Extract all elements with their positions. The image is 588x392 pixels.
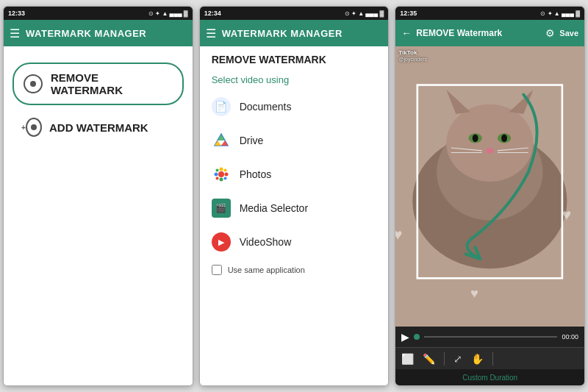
trim-tool-icon[interactable]: ⤢ (453, 353, 462, 365)
svg-point-5 (219, 168, 223, 171)
phone3-main: ♥ ♥ ♥ TikTok @joycinders ▶ (395, 46, 584, 385)
time-3: 12:35 (400, 10, 417, 17)
drive-label: Drive (240, 135, 264, 146)
phone-1: 12:33 ⊙ ✦ ▲ ▄▄▄ ▓ ☰ WATERMARK MANAGER RE… (3, 6, 193, 386)
svg-point-10 (223, 169, 226, 172)
svg-point-12 (223, 177, 226, 180)
videoshow-item[interactable]: ▶ VideoShow (200, 225, 389, 259)
add-watermark-icon: + (21, 117, 42, 138)
save-button[interactable]: Save (559, 29, 578, 38)
svg-point-11 (215, 177, 218, 180)
status-bar-1: 12:33 ⊙ ✦ ▲ ▄▄▄ ▓ (4, 7, 193, 20)
media-selector-label: Media Selector (240, 202, 308, 214)
draw-tool-icon[interactable]: ✏️ (423, 353, 435, 365)
tiktok-badge: TikTok @joycinders (398, 49, 427, 62)
plus-circle-icon (26, 118, 42, 137)
svg-text:♥: ♥ (470, 285, 478, 301)
documents-icon: 📄 (212, 97, 231, 116)
video-placeholder: ♥ ♥ ♥ TikTok @joycinders (395, 46, 584, 327)
progress-dot (414, 334, 420, 340)
remove-watermark-item[interactable]: REMOVE WATERMARK (12, 63, 184, 105)
media-selector-icon: 🎬 (212, 199, 231, 218)
hamburger-icon-1[interactable]: ☰ (10, 26, 20, 40)
time-1: 12:33 (8, 10, 25, 17)
video-controls: ▶ 00:00 (395, 327, 584, 347)
svg-point-22 (501, 135, 507, 143)
svg-marker-1 (218, 134, 225, 140)
status-bar-2: 12:34 ⊙ ✦ ▲ ▄▄▄ ▓ (200, 7, 389, 20)
app-bar-1: ☰ WATERMARK MANAGER (4, 20, 193, 46)
photos-label: Photos (240, 168, 272, 180)
svg-text:♥: ♥ (395, 226, 402, 243)
app-bar-2: ☰ WATERMARK MANAGER (200, 20, 389, 46)
documents-item[interactable]: 📄 Documents (200, 90, 389, 124)
phone-3: 12:35 ⊙ ✦ ▲ ▄▄▄ ▓ ← REMOVE Watermark ⚙ S… (395, 6, 585, 386)
custom-duration-bar[interactable]: Custom Duration (395, 369, 584, 385)
app-title-1: WATERMARK MANAGER (26, 28, 187, 39)
app-title-2: WATERMARK MANAGER (222, 28, 383, 39)
play-button[interactable]: ▶ (401, 331, 409, 343)
phone2-content: REMOVE WATERMARK Select video using 📄 Do… (200, 46, 389, 385)
hamburger-icon-2[interactable]: ☰ (206, 26, 216, 40)
svg-point-4 (218, 171, 224, 177)
drive-item[interactable]: Drive (200, 124, 389, 157)
select-video-label: Select video using (200, 67, 389, 90)
time-2: 12:34 (204, 10, 221, 17)
remove-watermark-icon (23, 74, 43, 94)
phone1-content: REMOVE WATERMARK + ADD WATERMARK (4, 46, 193, 385)
tiktok-handle: @joycinders (398, 57, 427, 62)
remove-watermark-title-2: REMOVE WATERMARK (200, 46, 389, 67)
drive-icon (212, 131, 231, 150)
documents-label: Documents (240, 101, 292, 113)
back-button[interactable]: ← (401, 27, 412, 39)
remove-watermark-label: REMOVE WATERMARK (51, 71, 173, 96)
custom-duration-label: Custom Duration (462, 374, 517, 382)
svg-point-9 (215, 169, 218, 172)
app-title-3: REMOVE Watermark (416, 28, 541, 38)
status-icons-1: ⊙ ✦ ▲ ▄▄▄ ▓ (148, 10, 188, 17)
tool-separator (444, 352, 445, 366)
photos-item[interactable]: Photos (200, 157, 389, 191)
app-bar-3: ← REMOVE Watermark ⚙ Save (395, 20, 584, 46)
media-selector-item[interactable]: 🎬 Media Selector (200, 191, 389, 225)
svg-text:♥: ♥ (562, 206, 571, 223)
same-app-label: Use same application (228, 266, 305, 274)
same-app-row[interactable]: Use same application (200, 259, 389, 281)
svg-point-6 (219, 178, 223, 182)
phone-2: 12:34 ⊙ ✦ ▲ ▄▄▄ ▓ ☰ WATERMARK MANAGER RE… (199, 6, 390, 386)
time-display: 00:00 (562, 333, 578, 341)
same-app-checkbox[interactable] (212, 265, 222, 275)
videoshow-label: VideoShow (240, 236, 292, 248)
svg-point-16 (447, 104, 534, 182)
video-area: ♥ ♥ ♥ TikTok @joycinders (395, 46, 584, 327)
add-watermark-item[interactable]: + ADD WATERMARK (12, 110, 184, 145)
hand-tool-icon[interactable]: ✋ (471, 353, 484, 365)
svg-point-23 (486, 148, 494, 154)
circle-icon (24, 74, 43, 93)
svg-point-7 (214, 173, 218, 177)
tiktok-brand: TikTok (398, 49, 427, 56)
status-icons-3: ⊙ ✦ ▲ ▄▄▄ ▓ (540, 10, 580, 17)
videoshow-icon: ▶ (212, 232, 231, 252)
add-watermark-label: ADD WATERMARK (49, 121, 148, 134)
status-bar-3: 12:35 ⊙ ✦ ▲ ▄▄▄ ▓ (395, 7, 584, 20)
progress-line[interactable] (424, 336, 557, 338)
tool-separator-2 (492, 352, 493, 366)
gear-icon[interactable]: ⚙ (545, 27, 555, 39)
status-icons-2: ⊙ ✦ ▲ ▄▄▄ ▓ (345, 10, 384, 17)
svg-point-8 (224, 173, 228, 177)
crop-tool-icon[interactable]: ⬜ (401, 353, 414, 365)
tool-bar: ⬜ ✏️ ⤢ ✋ (395, 347, 584, 369)
svg-point-21 (473, 135, 478, 143)
photos-icon (212, 165, 231, 184)
